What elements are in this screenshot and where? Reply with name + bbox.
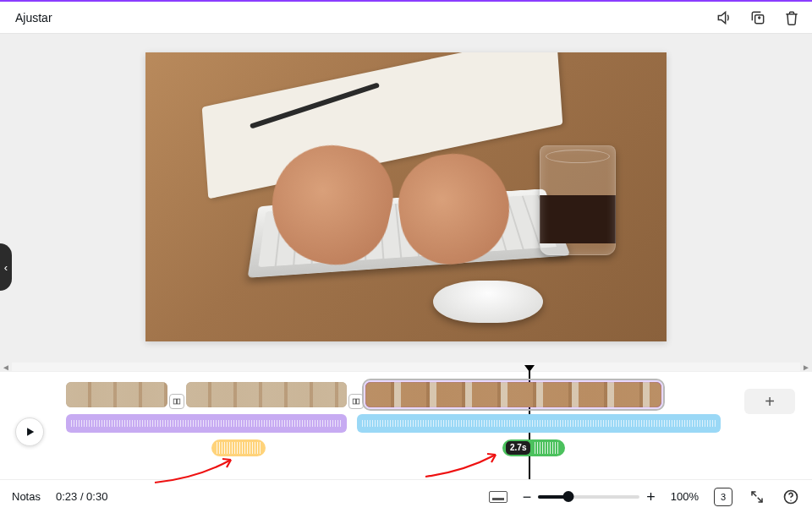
sfx-clip-green[interactable]: 2.7s xyxy=(502,439,565,456)
timeline-tracks[interactable]: + 2.7s xyxy=(66,375,795,479)
scroll-left-icon[interactable]: ◄ xyxy=(0,363,12,372)
page-count-button[interactable]: 3 xyxy=(714,488,732,506)
top-toolbar: Ajustar xyxy=(0,0,812,34)
help-icon[interactable] xyxy=(782,488,800,506)
sfx-clip-yellow[interactable] xyxy=(211,439,266,456)
fullscreen-icon[interactable] xyxy=(748,488,766,506)
zoom-knob[interactable] xyxy=(563,491,574,502)
svg-point-6 xyxy=(790,499,791,500)
audio-track[interactable] xyxy=(66,414,795,433)
mouse-shape xyxy=(433,281,543,323)
video-track[interactable]: + xyxy=(66,382,795,407)
svg-rect-1 xyxy=(173,399,176,404)
video-clip-1[interactable] xyxy=(66,382,167,407)
video-canvas[interactable] xyxy=(145,52,667,341)
svg-rect-4 xyxy=(356,399,359,404)
adjust-label[interactable]: Ajustar xyxy=(10,11,52,25)
thumbnail-view-icon[interactable] xyxy=(489,491,508,503)
transition-button[interactable] xyxy=(169,394,184,409)
video-clip-3-selected[interactable] xyxy=(365,382,661,407)
audio-clip-purple[interactable] xyxy=(66,414,347,433)
timeline-panel: + 2.7s xyxy=(0,372,812,479)
video-clip-2[interactable] xyxy=(186,382,347,407)
play-button[interactable] xyxy=(15,417,44,446)
audio-icon[interactable] xyxy=(714,8,734,28)
zoom-in-icon[interactable]: + xyxy=(646,489,656,505)
transition-button[interactable] xyxy=(348,394,364,409)
side-tab-handle[interactable]: ‹ xyxy=(0,243,12,291)
add-clip-button[interactable]: + xyxy=(744,389,795,414)
audio-clip-blue[interactable] xyxy=(357,414,721,433)
zoom-rail[interactable] xyxy=(538,495,639,499)
canvas-stage: ‹ ◄ ► xyxy=(0,34,812,372)
trash-icon[interactable] xyxy=(782,8,802,28)
footer-bar: Notas 0:23 / 0:30 − + 100% 3 xyxy=(0,479,812,513)
sfx-track[interactable]: 2.7s xyxy=(66,439,795,458)
notes-button[interactable]: Notas xyxy=(12,490,41,503)
top-toolbar-actions xyxy=(714,8,802,28)
duplicate-icon[interactable] xyxy=(748,8,768,28)
svg-rect-3 xyxy=(353,399,355,404)
zoom-slider[interactable]: − + xyxy=(523,489,656,505)
duration-badge: 2.7s xyxy=(506,441,530,455)
zoom-percent-label[interactable]: 100% xyxy=(671,490,699,503)
scroll-right-icon[interactable]: ► xyxy=(800,363,812,372)
stage-horizontal-scrollbar[interactable]: ◄ ► xyxy=(0,362,812,372)
preview-frame xyxy=(145,52,667,341)
time-display: 0:23 / 0:30 xyxy=(56,490,107,503)
scroll-track[interactable] xyxy=(12,363,800,371)
glass-shape xyxy=(540,145,616,255)
svg-rect-2 xyxy=(177,399,179,404)
zoom-out-icon[interactable]: − xyxy=(523,489,532,505)
